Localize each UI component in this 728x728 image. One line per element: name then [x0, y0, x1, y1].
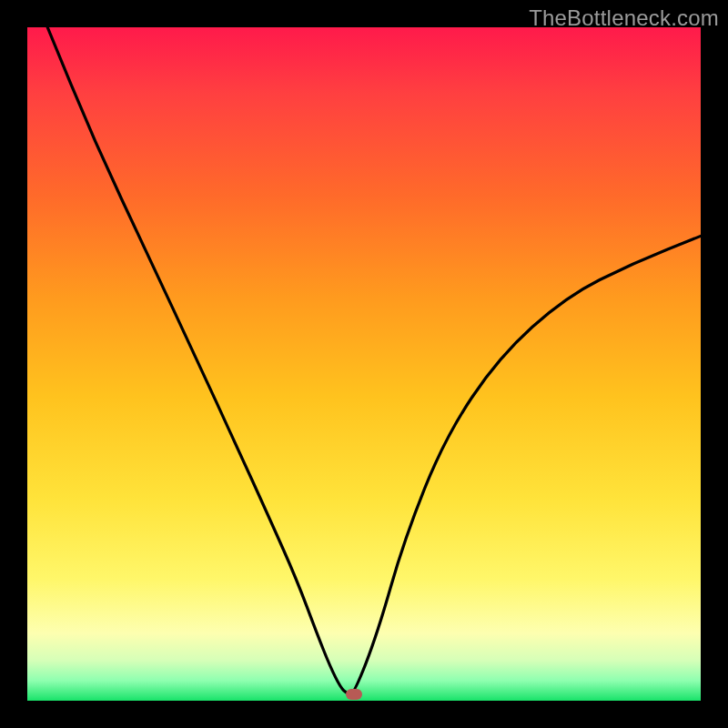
curve-svg	[27, 27, 701, 701]
optimum-marker	[346, 689, 362, 700]
bottleneck-curve	[47, 27, 701, 694]
chart-frame: TheBottleneck.com	[0, 0, 728, 728]
plot-area	[27, 27, 701, 701]
